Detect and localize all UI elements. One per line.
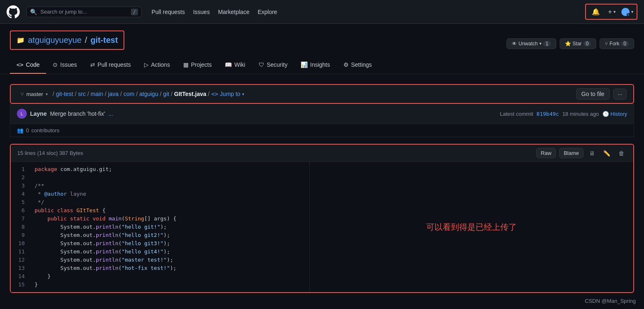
star-icon: ⭐ [565, 41, 571, 47]
breadcrumb-git[interactable]: git [163, 91, 169, 97]
tab-code[interactable]: <> Code [10, 56, 46, 74]
tab-projects[interactable]: ▦ Projects [177, 56, 219, 74]
new-item-button[interactable]: + ▾ [606, 7, 618, 17]
code-line-13: System.out.println("hot-fix test!"); [35, 264, 303, 272]
user-avatar-button[interactable]: ▾ [621, 8, 633, 16]
repo-name-link[interactable]: git-test [91, 35, 118, 45]
breadcrumb-atguigu[interactable]: atguigu [139, 91, 158, 97]
breadcrumb-filename: GItTest.java [174, 91, 206, 97]
search-box[interactable]: 🔍 Search or jump to... / [26, 7, 142, 17]
nav-issues[interactable]: Issues [193, 9, 210, 15]
tab-wiki[interactable]: 📖 Wiki [218, 56, 252, 74]
code-icon: <> [211, 91, 218, 97]
unwatch-button[interactable]: 👁 Unwatch ▾ 1 [506, 38, 556, 49]
code-line-14: } [35, 272, 303, 281]
annotation-panel: 可以看到得是已经上传了 [310, 162, 633, 292]
pull-requests-icon: ⇄ [90, 61, 95, 68]
tab-actions[interactable]: ▷ Actions [138, 56, 177, 74]
code-line-5: */ [35, 198, 303, 206]
breadcrumb-repo[interactable]: git-test [56, 91, 73, 97]
chevron-down-icon: ▾ [631, 9, 633, 14]
contributors-count: 0 [26, 127, 29, 133]
code-line-8: System.out.println("hello git!"); [35, 223, 303, 231]
plus-icon: + [608, 8, 612, 16]
nav-pull-requests[interactable]: Pull requests [152, 9, 185, 15]
search-slash-key: / [131, 9, 138, 15]
insights-icon: 📊 [301, 61, 308, 68]
more-options-button[interactable]: ··· [613, 89, 627, 100]
tab-issues[interactable]: ⊙ Issues [46, 56, 83, 74]
commit-author-avatar: L [17, 109, 27, 119]
line-numbers: 1 2 3 4 5 6 7 8 9 10 11 12 13 14 [11, 162, 31, 292]
commit-ellipsis[interactable]: ... [108, 110, 113, 117]
fork-count: 0 [621, 41, 629, 47]
fork-button[interactable]: ⑂ Fork 0 [600, 38, 634, 49]
file-header: 15 lines (14 sloc) 387 Bytes Raw Blame 🖥… [11, 145, 633, 162]
nav-marketplace[interactable]: Marketplace [218, 9, 249, 15]
contributors-row: 👥 0 contributors [10, 124, 634, 137]
code-line-7: public static void main(String[] args) { [35, 215, 303, 223]
breadcrumb-java[interactable]: java [108, 91, 119, 97]
blame-button[interactable]: Blame [559, 148, 583, 158]
code-line-10: System.out.println("hello git3!"); [35, 239, 303, 248]
code-line-12: System.out.println("master test!"); [35, 256, 303, 264]
commit-row: L Layne Merge branch 'hot-fix' ... Lates… [10, 104, 634, 124]
code-line-6: public class GItTest { [35, 206, 303, 215]
repo-owner-link[interactable]: atguiguyueyue [28, 35, 82, 45]
tab-insights[interactable]: 📊 Insights [294, 56, 336, 74]
nav-explore[interactable]: Explore [258, 9, 277, 15]
actions-icon: ▷ [144, 61, 149, 68]
repo-actions: 👁 Unwatch ▾ 1 ⭐ Star 0 ⑂ Fork 0 [506, 38, 634, 49]
github-logo[interactable] [7, 5, 20, 19]
chevron-down-icon: ▾ [539, 41, 541, 46]
commit-message: Merge branch 'hot-fix' [50, 110, 105, 117]
notifications-button[interactable]: 🔔 [589, 6, 602, 17]
code-panel: 1 2 3 4 5 6 7 8 9 10 11 12 13 14 [11, 162, 310, 292]
history-icon: 🕒 [602, 111, 609, 117]
edit-icon-button[interactable]: ✏️ [601, 148, 613, 158]
top-navigation: 🔍 Search or jump to... / Pull requests I… [0, 0, 644, 24]
code-line-2 [35, 173, 303, 182]
breadcrumb-main[interactable]: main [91, 91, 103, 97]
settings-icon: ⚙ [343, 61, 349, 68]
go-to-file-button[interactable]: Go to file [576, 88, 610, 100]
delete-icon-button[interactable]: 🗑 [616, 148, 627, 158]
contributors-icon: 👥 [17, 127, 23, 133]
breadcrumb-bar: ⑂ master ▾ / git-test / src / main / jav… [10, 84, 634, 104]
chevron-down-icon: ▾ [614, 9, 616, 14]
commit-sha[interactable]: 819b49c [537, 111, 559, 117]
code-line-11: System.out.println("hello git4!"); [35, 248, 303, 256]
nav-right-actions: 🔔 + ▾ ▾ [585, 4, 637, 20]
file-meta: 15 lines (14 sloc) 387 Bytes [17, 150, 83, 156]
commit-author[interactable]: Layne [30, 110, 47, 117]
code-line-9: System.out.println("hello git2!"); [35, 231, 303, 239]
contributors-label: contributors [31, 127, 59, 133]
file-actions: Raw Blame 🖥 ✏️ 🗑 [536, 148, 627, 158]
history-link[interactable]: 🕒 History [602, 111, 627, 117]
chevron-down-icon: ▾ [46, 92, 48, 96]
raw-button[interactable]: Raw [536, 148, 556, 158]
breadcrumb-src[interactable]: src [78, 91, 86, 97]
breadcrumb-com[interactable]: com [124, 91, 134, 97]
tab-settings[interactable]: ⚙ Settings [337, 56, 379, 74]
branch-selector[interactable]: ⑂ master ▾ [17, 89, 51, 99]
latest-commit-label: Latest commit [500, 111, 533, 117]
search-icon: 🔍 [30, 9, 37, 15]
star-count: 0 [583, 41, 591, 47]
tab-pull-requests[interactable]: ⇄ Pull requests [84, 56, 138, 74]
watermark: CSDN @Man_Spring [585, 298, 636, 303]
branch-name: master [26, 91, 43, 97]
branch-icon: ⑂ [21, 91, 24, 97]
code-line-1: package com.atguigu.git; [35, 165, 303, 173]
commit-time: 18 minutes ago [562, 111, 599, 117]
code-line-4: * @author layne [35, 190, 303, 198]
star-button[interactable]: ⭐ Star 0 [560, 38, 597, 49]
nav-links: Pull requests Issues Marketplace Explore [152, 9, 277, 15]
jump-to-link[interactable]: <> Jump to ▾ [211, 91, 244, 97]
tab-security[interactable]: 🛡 Security [252, 56, 294, 74]
issues-icon: ⊙ [53, 61, 58, 68]
repo-header: 📁 atguiguyueyue / git-test 👁 Unwatch ▾ 1… [0, 24, 644, 74]
desktop-icon-button[interactable]: 🖥 [587, 148, 597, 158]
repo-title-bar: 📁 atguiguyueyue / git-test [10, 30, 124, 50]
fork-icon: ⑂ [605, 41, 608, 47]
